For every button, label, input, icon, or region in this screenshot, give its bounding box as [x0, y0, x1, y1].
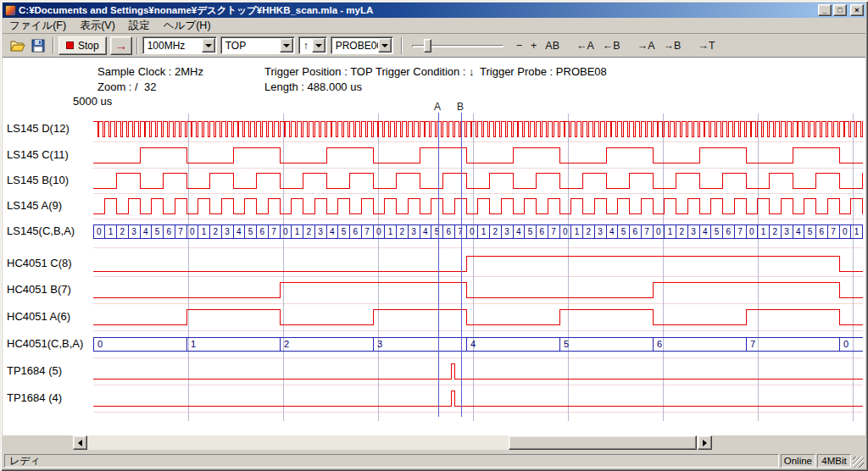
arrow-right-icon [703, 440, 707, 446]
probe-value: PROBE00 [331, 40, 378, 52]
zoom-text: Zoom : / 32 [97, 80, 156, 93]
toolbar-separator [136, 37, 138, 54]
arrow-left-icon [78, 440, 82, 446]
close-button[interactable]: × [850, 4, 864, 16]
titlebar[interactable]: C:¥Documents and Settings¥noname¥デスクトップ¥… [3, 3, 865, 18]
app-window: C:¥Documents and Settings¥noname¥デスクトップ¥… [0, 0, 868, 471]
open-button[interactable] [8, 36, 28, 55]
goto-trigger-button[interactable]: →T [693, 36, 719, 55]
stop-label: Stop [78, 40, 99, 52]
toolbar: Stop → 100MHz TOP ↑ PROBE00 −+AB←A←B→A→B… [3, 34, 865, 58]
chevron-down-icon [205, 44, 212, 47]
run-arrow-icon: → [114, 38, 127, 53]
prev-a-button[interactable]: ←A [572, 36, 598, 55]
zoom-slider[interactable] [410, 36, 505, 55]
maximize-button[interactable]: □ [833, 4, 847, 16]
statusbar: レディ Online4MBit [3, 453, 865, 468]
ab-button[interactable]: AB [541, 36, 564, 55]
time-per-div-label: 5000 us [73, 95, 112, 108]
next-b-button[interactable]: →B [659, 36, 686, 55]
trigger-pos-value: TOP [221, 40, 280, 52]
chevron-down-icon [381, 44, 388, 47]
trigger-edge-value: ↑ [299, 40, 312, 52]
sample-rate-value: 100MHz [143, 40, 202, 52]
save-button[interactable] [28, 36, 48, 55]
dropdown-button[interactable] [202, 38, 215, 53]
chevron-down-icon [283, 44, 290, 47]
trigger-probe-text: Trigger Probe : PROBE08 [480, 65, 607, 78]
scroll-right-button[interactable] [698, 435, 712, 450]
status-ready-text: レディ [9, 454, 41, 468]
cursor-b-label[interactable]: B [457, 101, 464, 113]
trigger-position-text: Trigger Position : TOP [264, 65, 373, 78]
status-online: Online [781, 454, 815, 468]
cursor-a-label[interactable]: A [434, 101, 441, 113]
menu-help[interactable]: ヘルプ(H) [157, 17, 218, 35]
menu-settings[interactable]: 設定 [122, 17, 157, 35]
length-text: Length : 488.000 us [264, 80, 362, 93]
dropdown-button[interactable] [312, 38, 326, 53]
scroll-left-button[interactable] [73, 435, 87, 450]
run-button[interactable]: → [110, 36, 132, 55]
menu-view[interactable]: 表示(V) [73, 17, 122, 35]
next-a-button[interactable]: →A [633, 36, 659, 55]
stop-button[interactable]: Stop [58, 36, 107, 55]
window-controls: _ □ × [816, 4, 864, 16]
probe-select[interactable]: PROBE00 [331, 36, 393, 54]
toolbar-separator [53, 37, 54, 54]
waveform-panel [3, 58, 865, 435]
slider-thumb[interactable] [424, 39, 431, 53]
sample-clock-text: Sample Clock : 2MHz [97, 65, 203, 78]
prev-b-button[interactable]: ←B [598, 36, 625, 55]
sample-rate-select[interactable]: 100MHz [142, 36, 217, 54]
trigger-pos-select[interactable]: TOP [220, 36, 295, 54]
app-icon [5, 5, 16, 16]
trigger-condition-text: Trigger Condition : ↓ [376, 65, 475, 78]
window-title: C:¥Documents and Settings¥noname¥デスクトップ¥… [19, 4, 816, 17]
folder-open-icon [10, 40, 25, 52]
toolbar-separator [401, 37, 403, 54]
status-cells: Online4MBit [781, 454, 853, 468]
nav-button-group: −+AB←A←B→A→B→T [512, 36, 720, 55]
menubar: ファイル(F)表示(V)設定ヘルプ(H) [3, 18, 865, 34]
zoom-in-button[interactable]: + [526, 36, 541, 55]
save-icon [31, 39, 45, 53]
dropdown-button[interactable] [280, 38, 293, 53]
menu-file[interactable]: ファイル(F) [3, 17, 73, 35]
status-memory: 4MBit [817, 454, 851, 468]
hscroll-row [3, 435, 865, 451]
zoom-out-button[interactable]: − [512, 36, 526, 55]
trigger-edge-select[interactable]: ↑ [298, 36, 327, 54]
scrollbar-thumb[interactable] [509, 435, 697, 450]
dropdown-button[interactable] [378, 38, 392, 53]
horizontal-scrollbar[interactable] [73, 435, 712, 450]
resize-grip[interactable] [853, 457, 864, 468]
chevron-down-icon [315, 44, 322, 47]
minimize-button[interactable]: _ [818, 4, 832, 16]
status-message: レディ [4, 454, 779, 468]
stop-icon [66, 42, 74, 49]
